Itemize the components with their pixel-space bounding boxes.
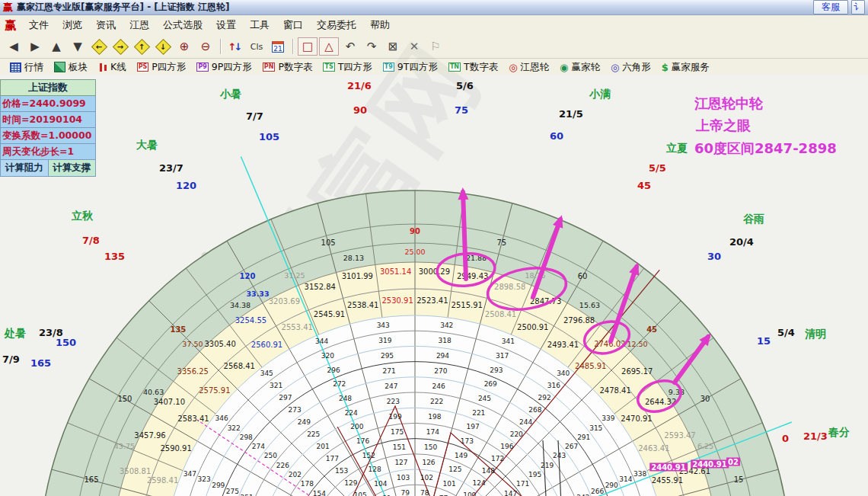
svg-text:101: 101 [443,480,456,488]
wheel-outer-label: 0 [782,433,789,444]
highlighted-price-cell: 2440.91 [691,460,729,469]
rotate-ccw-icon[interactable]: ↶ [340,37,360,56]
menu-窗口[interactable]: 窗口 [276,16,310,34]
square-tool-icon[interactable]: □ [298,37,318,56]
svg-text:290: 290 [605,482,618,489]
ribbon-六角形[interactable]: ◎六角形 [605,61,656,74]
svg-text:2796.88: 2796.88 [563,316,595,325]
menu-工具[interactable]: 工具 [243,16,276,34]
svg-text:15.63: 15.63 [579,301,600,309]
menu-bar: 赢 文件浏览资讯江恩公式选股设置工具窗口交易委托帮助 [0,15,868,36]
svg-text:298: 298 [240,434,253,441]
svg-text:295: 295 [381,352,394,360]
annotation-text: 上帝之眼 [696,117,751,135]
svg-text:104: 104 [374,480,387,488]
calc-resistance-button[interactable]: 计算阻力 [0,160,49,177]
ribbon-行情[interactable]: 行情 [5,61,49,74]
svg-text:2455.91: 2455.91 [652,476,683,485]
cls-button[interactable]: Cls [247,37,266,56]
svg-text:273: 273 [289,406,302,414]
wheel-outer-label: 21/5 [559,108,583,120]
calc-support-button[interactable]: 计算支撑 [49,160,97,177]
back-icon[interactable]: ◀ [4,37,24,56]
menu-公式选股[interactable]: 公式选股 [156,16,209,34]
ribbon-P四方形[interactable]: PSP四方形 [132,61,192,74]
menu-设置[interactable]: 设置 [209,16,243,34]
svg-text:343: 343 [377,322,390,329]
move-right-icon[interactable]: → [110,37,130,56]
svg-text:147: 147 [504,490,517,496]
menu-文件[interactable]: 文件 [22,16,56,34]
svg-text:347: 347 [183,470,196,478]
svg-text:251: 251 [241,494,254,496]
triangle-tool-icon[interactable]: △ [319,37,339,56]
move-down-icon[interactable]: ↓ [153,37,173,56]
svg-text:269: 269 [484,380,497,388]
svg-text:126: 126 [422,459,435,466]
calendar-icon[interactable]: 21 [268,37,288,56]
svg-text:296: 296 [327,366,340,374]
menu-交易委托[interactable]: 交易委托 [310,16,363,34]
menu-江恩[interactable]: 江恩 [123,16,156,34]
svg-text:3407.10: 3407.10 [154,398,185,406]
ribbon-赢家轮[interactable]: ◉赢家轮 [554,61,605,74]
wheel-outer-label: 5/5 [649,162,666,174]
app-icon: 赢 [3,1,13,14]
solar-term-label: 大暑 [136,139,158,152]
ribbon-板块[interactable]: 板块 [49,61,93,74]
svg-text:2949.43: 2949.43 [457,272,488,280]
badge-icon: TN [448,62,461,72]
svg-text:202: 202 [289,471,302,478]
svg-text:292: 292 [538,394,551,402]
svg-text:120: 120 [240,272,256,280]
ribbon-赢家服务[interactable]: $赢家服务 [656,61,715,74]
ribbon-T四方形[interactable]: TST四方形 [318,61,377,74]
zoom-in-icon[interactable]: ⊕ [174,37,194,56]
svg-text:175: 175 [391,428,404,436]
svg-text:154: 154 [313,490,326,496]
forward-icon[interactable]: ▶ [25,37,45,56]
zoom-out-icon[interactable]: ⊖ [196,37,215,56]
svg-text:2898.58: 2898.58 [494,283,525,291]
ribbon-T数字表[interactable]: TNT数字表 [443,61,503,74]
updown-arrows-icon[interactable]: ↑↓ [225,37,245,56]
circle-icon: ◎ [509,62,517,72]
svg-text:271: 271 [383,367,396,375]
menu-资讯[interactable]: 资讯 [89,16,123,34]
svg-text:2463.41: 2463.41 [638,444,669,453]
flag-down-icon[interactable]: ▼ [68,37,88,56]
svg-text:3457.96: 3457.96 [134,431,165,440]
wheel-outer-label: 135 [104,251,125,262]
partial-button[interactable]: 讠 [851,0,865,14]
flag-up-icon[interactable]: ▲ [46,37,66,56]
svg-text:45: 45 [646,325,657,334]
ribbon-K线[interactable]: K线 [93,61,132,74]
boxed-x-icon[interactable]: ⊠ [383,37,403,56]
wheel-outer-label: 20/4 [729,236,754,248]
titlebar-buttons: 客服讠 [813,0,865,14]
svg-text:299: 299 [212,482,225,489]
menu-浏览[interactable]: 浏览 [56,16,89,34]
svg-text:345: 345 [260,370,273,377]
circle-icon: ◎ [611,62,619,72]
svg-text:272: 272 [333,380,346,388]
svg-text:40.63: 40.63 [143,388,164,396]
ribbon-P数字表[interactable]: PNP数字表 [257,61,318,74]
menu-帮助[interactable]: 帮助 [363,16,397,34]
support-button[interactable]: 客服 [813,0,848,14]
k-icon [98,62,107,72]
move-left-icon[interactable]: ← [89,37,109,56]
rotate-cw-icon[interactable]: ↷ [362,37,381,56]
svg-text:75: 75 [497,238,507,247]
ribbon-9T四方形[interactable]: T99T四方形 [378,61,443,74]
ribbon-9P四方形[interactable]: P99P四方形 [191,61,257,74]
svg-text:3152.84: 3152.84 [305,283,336,291]
wheel-outer-label: 120 [176,180,196,191]
flag-icon[interactable]: ⚐ [426,37,445,56]
move-up-icon[interactable]: ↑ [132,37,152,56]
svg-text:150: 150 [117,395,132,403]
ribbon-江恩轮[interactable]: ◎江恩轮 [503,61,554,74]
dotted-cross-icon[interactable]: ✕ [404,37,424,56]
window-title: 赢家江恩专业版[赢家服务平台] - [上证指数 江恩轮] [17,1,229,14]
svg-text:2598.41: 2598.41 [147,476,178,485]
